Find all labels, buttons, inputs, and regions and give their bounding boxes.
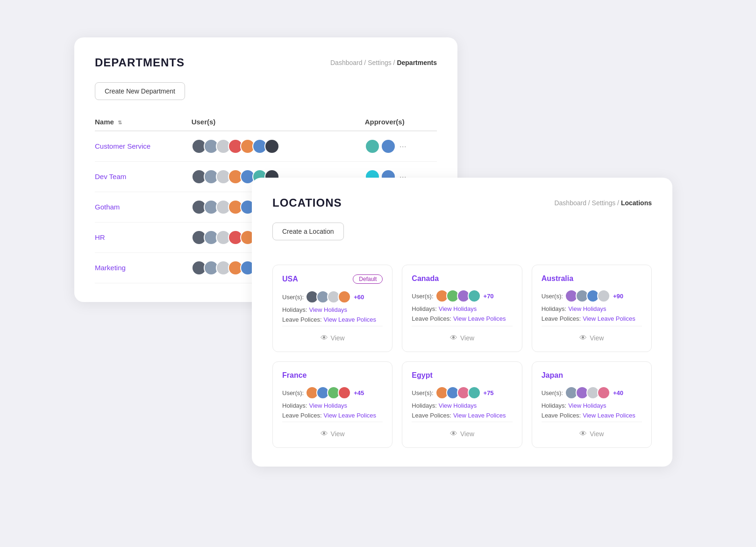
location-name[interactable]: USA [282,275,298,283]
location-card-header: Australia [542,274,642,283]
location-holidays-info: Holidays: View Holidays [282,306,383,313]
locations-header: LOCATIONS Dashboard / Settings / Locatio… [272,196,652,209]
location-name[interactable]: Egypt [412,371,432,380]
view-location-button[interactable]: 👁View [282,326,383,342]
departments-header: DEPARTMENTS Dashboard / Settings / Depar… [95,56,437,69]
location-user-avatars [306,290,351,303]
location-holidays-info: Holidays: View Holidays [282,402,383,409]
table-row: Customer Service··· [95,131,437,162]
location-card: JapanUser(s):+40Holidays: View HolidaysL… [532,361,652,448]
view-leave-link[interactable]: View Leave Polices [453,412,506,419]
create-location-button[interactable]: Create a Location [272,223,344,240]
eye-icon: 👁 [579,430,587,438]
department-name[interactable]: Marketing [95,264,126,272]
view-leave-link[interactable]: View Leave Polices [583,315,635,322]
avatar [338,386,351,399]
avatar [597,386,610,399]
view-holidays-link[interactable]: View Holidays [309,402,347,409]
avatar [468,289,481,302]
location-leave-info: Leave Polices: View Leave Polices [282,412,383,419]
location-leave-info: Leave Polices: View Leave Polices [412,315,512,322]
locations-card: LOCATIONS Dashboard / Settings / Locatio… [252,178,672,467]
location-card: AustraliaUser(s):+90Holidays: View Holid… [532,265,652,352]
view-leave-link[interactable]: View Leave Polices [324,316,377,323]
avatar [264,139,279,154]
location-card-header: Japan [542,371,642,380]
view-holidays-link[interactable]: View Holidays [439,305,477,312]
avatar [338,290,351,303]
users-count-badge: +75 [484,389,494,396]
department-name[interactable]: HR [95,233,105,241]
avatar [468,386,481,399]
col-approvers: Approver(s) [365,113,437,131]
view-leave-link[interactable]: View Leave Polices [583,412,635,419]
view-location-button[interactable]: 👁View [542,326,642,342]
location-card: USADefaultUser(s):+60Holidays: View Holi… [272,265,392,352]
department-name[interactable]: Gotham [95,203,120,211]
location-grid: USADefaultUser(s):+60Holidays: View Holi… [272,265,652,448]
avatar [597,289,610,302]
departments-title: DEPARTMENTS [95,56,185,69]
location-holidays-info: Holidays: View Holidays [412,305,512,312]
location-holidays-info: Holidays: View Holidays [542,305,642,312]
location-card: CanadaUser(s):+70Holidays: View Holidays… [402,265,522,352]
location-leave-info: Leave Polices: View Leave Polices [542,412,642,419]
location-card-header: Canada [412,274,512,283]
view-leave-link[interactable]: View Leave Polices [324,412,377,419]
view-holidays-link[interactable]: View Holidays [309,306,347,313]
more-options[interactable]: ··· [399,142,407,151]
location-name[interactable]: France [282,371,307,380]
view-location-button[interactable]: 👁View [282,422,383,438]
user-avatar-group [192,139,365,154]
view-location-button[interactable]: 👁View [412,326,512,342]
avatar [381,139,396,154]
location-leave-info: Leave Polices: View Leave Polices [542,315,642,322]
users-count-badge: +40 [613,389,623,396]
eye-icon: 👁 [579,334,587,342]
view-holidays-link[interactable]: View Holidays [568,305,606,312]
location-card-header: Egypt [412,371,512,380]
location-users-info: User(s):+45 [282,386,383,399]
view-holidays-link[interactable]: View Holidays [568,402,606,409]
users-count-badge: +60 [354,294,364,301]
location-user-avatars [306,386,351,399]
departments-breadcrumb: Dashboard / Settings / Departments [330,59,437,66]
eye-icon: 👁 [321,430,328,438]
users-count-badge: +70 [484,293,494,300]
location-leave-info: Leave Polices: View Leave Polices [282,316,383,323]
view-leave-link[interactable]: View Leave Polices [453,315,506,322]
eye-icon: 👁 [450,334,457,342]
location-users-info: User(s):+75 [412,386,512,399]
location-user-avatars [565,386,610,399]
sort-icon[interactable]: ⇅ [118,120,122,126]
view-location-button[interactable]: 👁View [542,422,642,438]
location-users-info: User(s):+40 [542,386,642,399]
location-user-avatars [435,289,481,302]
col-name: Name ⇅ [95,113,192,131]
eye-icon: 👁 [321,334,328,342]
location-users-info: User(s):+70 [412,289,512,302]
location-card-header: USADefault [282,274,383,284]
location-leave-info: Leave Polices: View Leave Polices [412,412,512,419]
eye-icon: 👁 [450,430,457,438]
col-users: User(s) [192,113,365,131]
location-name[interactable]: Canada [412,274,439,283]
location-card: FranceUser(s):+45Holidays: View Holidays… [272,361,392,448]
location-user-avatars [435,386,481,399]
approver-avatar-group: ··· [365,139,437,154]
department-name[interactable]: Dev Team [95,173,126,180]
location-name[interactable]: Japan [542,371,563,380]
department-name[interactable]: Customer Service [95,142,150,150]
location-holidays-info: Holidays: View Holidays [412,402,512,409]
location-card: EgyptUser(s):+75Holidays: View HolidaysL… [402,361,522,448]
location-users-info: User(s):+60 [282,290,383,303]
create-department-button[interactable]: Create New Department [95,82,185,100]
avatar [365,139,380,154]
default-badge: Default [353,274,383,284]
location-holidays-info: Holidays: View Holidays [542,402,642,409]
view-location-button[interactable]: 👁View [412,422,512,438]
view-holidays-link[interactable]: View Holidays [439,402,477,409]
location-name[interactable]: Australia [542,274,573,283]
locations-breadcrumb: Dashboard / Settings / Locations [554,199,652,207]
location-card-header: France [282,371,383,380]
